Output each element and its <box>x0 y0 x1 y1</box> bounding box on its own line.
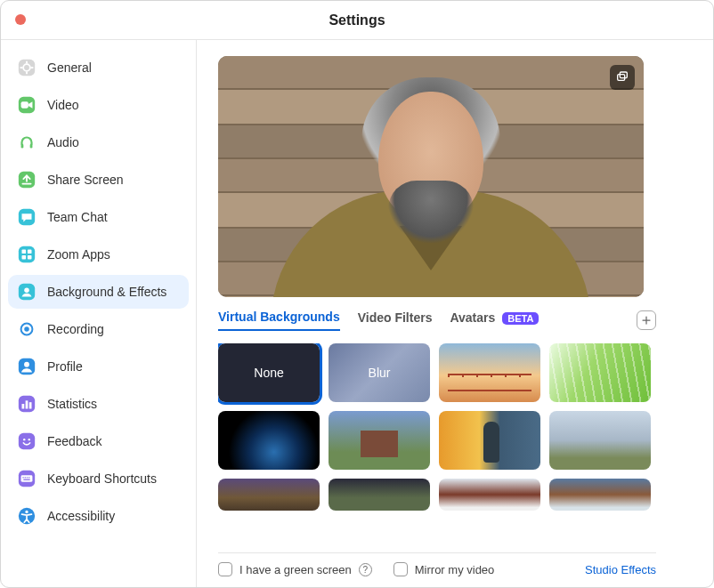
titlebar: Settings <box>1 1 713 40</box>
sidebar-item-share-screen[interactable]: Share Screen <box>8 163 189 197</box>
close-window-button[interactable] <box>15 14 26 25</box>
svg-rect-16 <box>28 250 32 254</box>
tab-avatars[interactable]: Avatars BETA <box>450 310 539 330</box>
background-option-winter-building[interactable] <box>439 479 540 511</box>
studio-effects-link[interactable]: Studio Effects <box>585 563 656 576</box>
svg-point-25 <box>24 362 29 367</box>
sidebar-item-statistics[interactable]: Statistics <box>8 387 189 421</box>
green-screen-label: I have a green screen <box>239 563 352 576</box>
svg-rect-34 <box>21 475 33 481</box>
svg-rect-9 <box>21 144 24 149</box>
sidebar-item-audio[interactable]: Audio <box>8 125 189 159</box>
svg-point-31 <box>23 439 25 440</box>
footer-row: I have a green screen ? Mirror my video … <box>218 552 656 576</box>
tab-video-filters[interactable]: Video Filters <box>358 310 433 330</box>
video-preview <box>218 56 644 297</box>
apps-icon <box>17 245 37 264</box>
background-option-statue-autumn[interactable] <box>439 411 540 470</box>
sidebar-item-team-chat[interactable]: Team Chat <box>8 200 189 234</box>
svg-rect-15 <box>22 250 27 254</box>
headphones-icon <box>17 133 37 152</box>
background-blur-label: Blur <box>369 366 391 380</box>
sidebar-item-background-effects[interactable]: Background & Effects <box>8 275 189 309</box>
gear-icon <box>17 58 37 77</box>
accessibility-icon <box>17 506 37 526</box>
svg-rect-14 <box>19 246 35 262</box>
background-option-golden-gate[interactable] <box>439 343 540 402</box>
mirror-video-checkbox[interactable]: Mirror my video <box>394 562 495 576</box>
svg-rect-28 <box>26 400 28 408</box>
svg-rect-36 <box>25 477 26 478</box>
chat-icon <box>17 207 37 227</box>
share-screen-icon <box>17 170 37 189</box>
sidebar-item-label: Zoom Apps <box>47 247 110 262</box>
sidebar-item-video[interactable]: Video <box>8 88 189 122</box>
mirror-video-label: Mirror my video <box>415 563 495 576</box>
background-option-earth[interactable] <box>218 411 320 470</box>
help-icon[interactable]: ? <box>359 563 372 576</box>
background-option-blur[interactable]: Blur <box>329 343 430 402</box>
background-option-snowy-house[interactable] <box>549 479 651 511</box>
sidebar-item-label: Recording <box>47 322 104 336</box>
tab-virtual-backgrounds[interactable]: Virtual Backgrounds <box>218 310 340 331</box>
sidebar-item-label: Feedback <box>47 434 101 448</box>
background-option-campus-building[interactable] <box>329 411 430 470</box>
sidebar-item-general[interactable]: General <box>8 51 189 85</box>
sidebar-item-accessibility[interactable]: Accessibility <box>8 499 189 533</box>
content-area: General Video Audio Share Screen Team Ch <box>1 40 713 587</box>
checkbox-box <box>394 562 408 576</box>
background-option-night-campus[interactable] <box>329 479 430 511</box>
svg-point-32 <box>28 439 30 440</box>
svg-rect-37 <box>27 477 28 478</box>
sidebar-item-recording[interactable]: Recording <box>8 312 189 346</box>
svg-rect-10 <box>30 144 33 149</box>
svg-rect-27 <box>22 404 25 409</box>
backgrounds-grid-wrapper: None Blur <box>218 343 663 530</box>
beta-badge: BETA <box>502 312 539 325</box>
sidebar-item-label: Audio <box>47 135 79 149</box>
sidebar-item-label: Statistics <box>47 397 97 411</box>
profile-icon <box>17 357 37 376</box>
svg-rect-17 <box>22 255 27 260</box>
rotate-camera-button[interactable] <box>610 65 635 90</box>
svg-rect-7 <box>21 101 28 108</box>
backgrounds-grid: None Blur <box>218 343 654 511</box>
background-option-grass[interactable] <box>549 343 651 402</box>
keyboard-icon <box>17 469 37 488</box>
background-none-label: None <box>254 366 283 380</box>
background-option-mountain-town[interactable] <box>549 411 651 470</box>
sidebar-item-zoom-apps[interactable]: Zoom Apps <box>8 238 189 271</box>
statistics-icon <box>17 394 37 414</box>
tabs-row: Virtual Backgrounds Video Filters Avatar… <box>218 310 656 331</box>
sidebar-item-label: Keyboard Shortcuts <box>47 471 157 486</box>
preview-person-beard <box>388 181 474 243</box>
sidebar-item-keyboard-shortcuts[interactable]: Keyboard Shortcuts <box>8 462 189 495</box>
tab-avatars-label: Avatars <box>450 310 495 325</box>
rotate-icon <box>615 70 629 85</box>
sidebar: General Video Audio Share Screen Team Ch <box>1 40 197 587</box>
sidebar-item-label: General <box>47 60 92 75</box>
green-screen-checkbox[interactable]: I have a green screen ? <box>218 562 372 576</box>
background-option-sunset-campus[interactable] <box>218 479 320 511</box>
sidebar-item-label: Accessibility <box>47 509 115 523</box>
checkbox-box <box>218 562 232 576</box>
sidebar-item-label: Background & Effects <box>47 285 166 299</box>
svg-rect-18 <box>28 255 32 260</box>
svg-rect-39 <box>23 479 29 480</box>
recording-icon <box>17 319 37 339</box>
sidebar-item-label: Profile <box>47 359 83 374</box>
background-icon <box>17 282 37 302</box>
video-icon <box>17 95 37 115</box>
sidebar-item-feedback[interactable]: Feedback <box>8 424 189 458</box>
feedback-icon <box>17 431 37 451</box>
window-title: Settings <box>329 12 385 28</box>
sidebar-item-profile[interactable]: Profile <box>8 350 189 383</box>
svg-rect-30 <box>19 433 35 449</box>
svg-rect-29 <box>29 402 32 408</box>
svg-point-20 <box>24 287 29 293</box>
add-background-button[interactable] <box>637 310 656 330</box>
sidebar-item-label: Share Screen <box>47 173 124 187</box>
svg-point-23 <box>24 326 29 332</box>
background-option-none[interactable]: None <box>218 343 320 402</box>
plus-icon <box>641 315 652 326</box>
